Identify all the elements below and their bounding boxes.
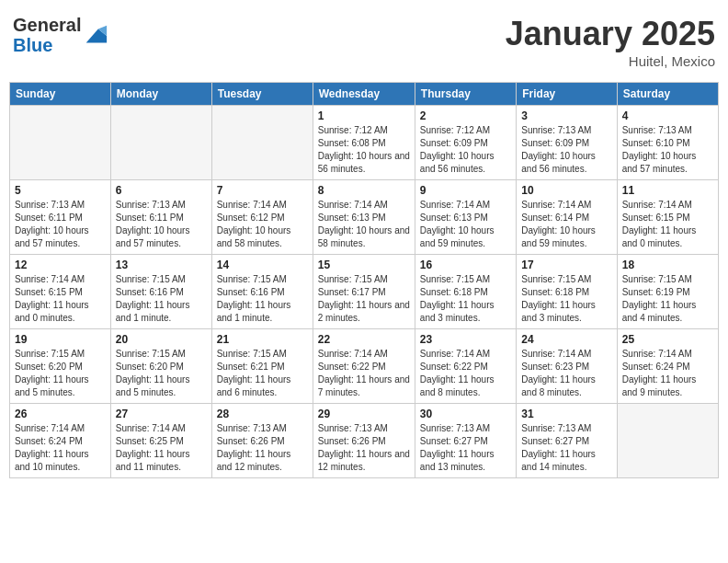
weekday-header: Wednesday (313, 83, 415, 106)
day-info: Sunrise: 7:13 AMSunset: 6:10 PMDaylight:… (622, 124, 713, 176)
day-number: 7 (217, 184, 308, 197)
day-number: 2 (420, 109, 511, 122)
day-info: Sunrise: 7:14 AMSunset: 6:24 PMDaylight:… (622, 348, 713, 399)
day-number: 5 (15, 184, 106, 197)
day-number: 17 (521, 259, 611, 271)
day-number: 22 (318, 333, 410, 346)
day-info: Sunrise: 7:13 AMSunset: 6:11 PMDaylight:… (15, 199, 106, 250)
calendar-cell: 18Sunrise: 7:15 AMSunset: 6:19 PMDayligh… (617, 255, 718, 329)
calendar-week-row: 1Sunrise: 7:12 AMSunset: 6:08 PMDaylight… (10, 106, 719, 180)
calendar-cell: 9Sunrise: 7:14 AMSunset: 6:13 PMDaylight… (415, 180, 516, 255)
day-number: 9 (420, 184, 511, 197)
day-info: Sunrise: 7:14 AMSunset: 6:15 PMDaylight:… (15, 273, 106, 325)
calendar-cell (10, 106, 111, 180)
page-header: General Blue January 2025 Huitel, Mexico (9, 9, 719, 75)
calendar-cell: 30Sunrise: 7:13 AMSunset: 6:27 PMDayligh… (415, 404, 516, 478)
day-info: Sunrise: 7:14 AMSunset: 6:14 PMDaylight:… (521, 199, 611, 250)
calendar-cell: 16Sunrise: 7:15 AMSunset: 6:18 PMDayligh… (415, 255, 516, 329)
day-number: 30 (420, 408, 511, 420)
day-info: Sunrise: 7:15 AMSunset: 6:20 PMDaylight:… (116, 348, 207, 399)
logo-icon (83, 22, 108, 48)
weekday-header: Tuesday (211, 83, 313, 106)
calendar-cell: 12Sunrise: 7:14 AMSunset: 6:15 PMDayligh… (10, 255, 111, 329)
weekday-header: Sunday (10, 83, 111, 106)
day-info: Sunrise: 7:15 AMSunset: 6:21 PMDaylight:… (217, 348, 308, 399)
calendar-cell: 14Sunrise: 7:15 AMSunset: 6:16 PMDayligh… (211, 255, 313, 329)
calendar-week-row: 26Sunrise: 7:14 AMSunset: 6:24 PMDayligh… (10, 404, 719, 478)
day-number: 11 (622, 184, 713, 197)
day-info: Sunrise: 7:13 AMSunset: 6:27 PMDaylight:… (420, 422, 511, 474)
day-number: 19 (15, 333, 106, 346)
day-info: Sunrise: 7:15 AMSunset: 6:20 PMDaylight:… (15, 348, 106, 399)
calendar-week-row: 19Sunrise: 7:15 AMSunset: 6:20 PMDayligh… (10, 329, 719, 404)
day-info: Sunrise: 7:13 AMSunset: 6:27 PMDaylight:… (521, 422, 611, 474)
calendar-cell: 6Sunrise: 7:13 AMSunset: 6:11 PMDaylight… (110, 180, 211, 255)
weekday-header: Monday (110, 83, 211, 106)
calendar-cell: 29Sunrise: 7:13 AMSunset: 6:26 PMDayligh… (313, 404, 415, 478)
logo: General Blue (13, 15, 108, 55)
day-number: 24 (521, 333, 611, 346)
day-info: Sunrise: 7:13 AMSunset: 6:26 PMDaylight:… (318, 422, 410, 474)
day-info: Sunrise: 7:14 AMSunset: 6:12 PMDaylight:… (217, 199, 308, 250)
day-info: Sunrise: 7:14 AMSunset: 6:13 PMDaylight:… (420, 199, 511, 250)
weekday-header: Saturday (617, 83, 718, 106)
day-info: Sunrise: 7:15 AMSunset: 6:18 PMDaylight:… (521, 273, 611, 325)
calendar-cell: 28Sunrise: 7:13 AMSunset: 6:26 PMDayligh… (211, 404, 313, 478)
day-number: 28 (217, 408, 308, 420)
calendar-cell: 8Sunrise: 7:14 AMSunset: 6:13 PMDaylight… (313, 180, 415, 255)
day-number: 26 (15, 408, 106, 420)
month-title: January 2025 (506, 15, 715, 53)
calendar-cell: 20Sunrise: 7:15 AMSunset: 6:20 PMDayligh… (110, 329, 211, 404)
title-block: January 2025 Huitel, Mexico (506, 15, 715, 69)
day-number: 29 (318, 408, 410, 420)
day-number: 20 (116, 333, 207, 346)
logo-general-text: General (13, 15, 81, 35)
day-number: 27 (116, 408, 207, 420)
calendar-cell: 2Sunrise: 7:12 AMSunset: 6:09 PMDaylight… (415, 106, 516, 180)
day-number: 31 (521, 408, 611, 420)
day-number: 21 (217, 333, 308, 346)
weekday-header: Thursday (415, 83, 516, 106)
calendar-cell: 27Sunrise: 7:14 AMSunset: 6:25 PMDayligh… (110, 404, 211, 478)
calendar-cell: 11Sunrise: 7:14 AMSunset: 6:15 PMDayligh… (617, 180, 718, 255)
calendar-cell: 22Sunrise: 7:14 AMSunset: 6:22 PMDayligh… (313, 329, 415, 404)
calendar-cell (211, 106, 313, 180)
day-number: 8 (318, 184, 410, 197)
location-subtitle: Huitel, Mexico (506, 53, 715, 69)
day-info: Sunrise: 7:15 AMSunset: 6:17 PMDaylight:… (318, 273, 410, 325)
calendar-cell (617, 404, 718, 478)
calendar-cell (110, 106, 211, 180)
day-number: 15 (318, 259, 410, 271)
calendar-cell: 3Sunrise: 7:13 AMSunset: 6:09 PMDaylight… (517, 106, 617, 180)
day-info: Sunrise: 7:15 AMSunset: 6:18 PMDaylight:… (420, 273, 511, 325)
day-info: Sunrise: 7:13 AMSunset: 6:09 PMDaylight:… (521, 124, 611, 176)
calendar-cell: 26Sunrise: 7:14 AMSunset: 6:24 PMDayligh… (10, 404, 111, 478)
calendar-cell: 10Sunrise: 7:14 AMSunset: 6:14 PMDayligh… (517, 180, 617, 255)
day-number: 18 (622, 259, 713, 271)
day-info: Sunrise: 7:14 AMSunset: 6:13 PMDaylight:… (318, 199, 410, 250)
calendar-header-row: SundayMondayTuesdayWednesdayThursdayFrid… (10, 83, 719, 106)
day-number: 6 (116, 184, 207, 197)
calendar-cell: 25Sunrise: 7:14 AMSunset: 6:24 PMDayligh… (617, 329, 718, 404)
calendar-cell: 21Sunrise: 7:15 AMSunset: 6:21 PMDayligh… (211, 329, 313, 404)
logo-blue-text: Blue (13, 35, 52, 55)
day-number: 23 (420, 333, 511, 346)
day-number: 4 (622, 109, 713, 122)
day-number: 10 (521, 184, 611, 197)
day-number: 25 (622, 333, 713, 346)
day-info: Sunrise: 7:14 AMSunset: 6:22 PMDaylight:… (318, 348, 410, 399)
calendar-cell: 19Sunrise: 7:15 AMSunset: 6:20 PMDayligh… (10, 329, 111, 404)
day-number: 16 (420, 259, 511, 271)
day-info: Sunrise: 7:14 AMSunset: 6:24 PMDaylight:… (15, 422, 106, 474)
calendar-cell: 31Sunrise: 7:13 AMSunset: 6:27 PMDayligh… (517, 404, 617, 478)
day-info: Sunrise: 7:12 AMSunset: 6:09 PMDaylight:… (420, 124, 511, 176)
calendar-cell: 7Sunrise: 7:14 AMSunset: 6:12 PMDaylight… (211, 180, 313, 255)
day-number: 12 (15, 259, 106, 271)
day-info: Sunrise: 7:15 AMSunset: 6:16 PMDaylight:… (217, 273, 308, 325)
day-info: Sunrise: 7:13 AMSunset: 6:11 PMDaylight:… (116, 199, 207, 250)
weekday-header: Friday (517, 83, 617, 106)
day-info: Sunrise: 7:14 AMSunset: 6:15 PMDaylight:… (622, 199, 713, 250)
calendar-cell: 24Sunrise: 7:14 AMSunset: 6:23 PMDayligh… (517, 329, 617, 404)
calendar-table: SundayMondayTuesdayWednesdayThursdayFrid… (9, 82, 719, 478)
calendar-week-row: 12Sunrise: 7:14 AMSunset: 6:15 PMDayligh… (10, 255, 719, 329)
